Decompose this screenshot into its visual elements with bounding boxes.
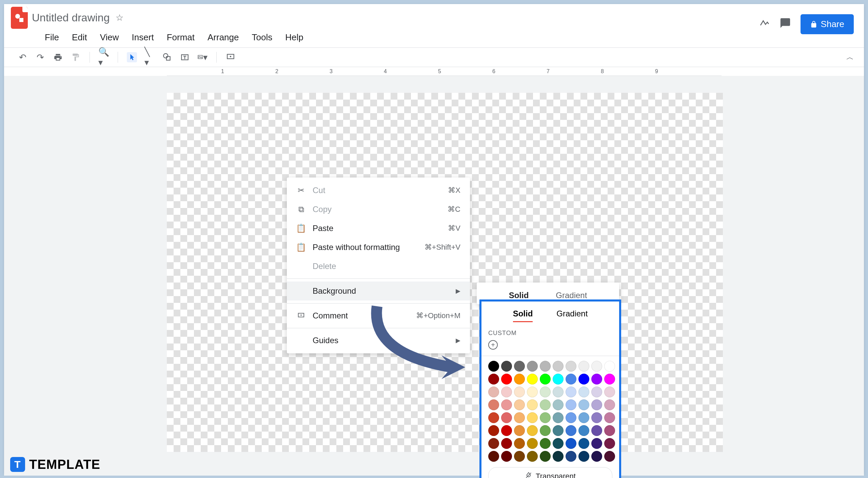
ctx-paste[interactable]: 📋 Paste ⌘V [287,219,470,238]
menu-help[interactable]: Help [285,32,303,43]
color-swatch[interactable] [527,361,538,372]
menu-format[interactable]: Format [167,32,195,43]
activity-icon[interactable] [759,18,770,31]
color-swatch[interactable] [527,399,538,410]
color-swatch[interactable] [501,425,512,436]
color-swatch[interactable] [488,412,499,423]
color-swatch[interactable] [488,361,499,372]
color-swatch[interactable] [553,361,564,372]
color-swatch[interactable] [527,451,538,462]
color-swatch[interactable] [514,412,525,423]
color-swatch[interactable] [566,374,576,385]
paint-format-icon[interactable] [71,52,81,62]
insert-comment-icon[interactable] [225,52,236,62]
color-swatch[interactable] [578,438,589,449]
zoom-icon[interactable]: 🔍 ▾ [99,52,109,62]
undo-icon[interactable]: ↶ [18,52,28,62]
shape-tool-icon[interactable] [162,52,172,62]
color-swatch[interactable] [591,438,602,449]
ctx-paste-without-formatting[interactable]: 📋 Paste without formatting ⌘+Shift+V [287,238,470,257]
color-swatch[interactable] [553,451,564,462]
color-swatch[interactable] [553,374,564,385]
color-swatch[interactable] [553,438,564,449]
color-swatch[interactable] [566,412,576,423]
color-swatch[interactable] [514,425,525,436]
color-swatch[interactable] [578,361,589,372]
color-swatch[interactable] [514,361,525,372]
color-swatch[interactable] [591,412,602,423]
color-swatch[interactable] [527,387,538,397]
color-swatch[interactable] [578,399,589,410]
color-swatch[interactable] [604,425,615,436]
print-icon[interactable] [53,52,63,62]
color-swatch[interactable] [553,412,564,423]
color-swatch[interactable] [578,412,589,423]
color-swatch[interactable] [540,399,551,410]
color-swatch[interactable] [566,399,576,410]
tab-gradient-outer[interactable]: Gradient [556,291,587,300]
share-button[interactable]: Share [801,14,854,34]
color-swatch[interactable] [488,387,499,397]
horizontal-ruler[interactable]: 1 2 3 4 5 6 7 8 9 [167,67,722,76]
collapse-toolbar-icon[interactable]: ︿ [846,52,854,62]
color-swatch[interactable] [604,451,615,462]
tab-solid-outer[interactable]: Solid [509,291,529,300]
add-custom-color-button[interactable]: + [488,340,498,350]
image-tool-icon[interactable]: ▾ [197,52,208,62]
menu-view[interactable]: View [100,32,119,43]
color-swatch[interactable] [514,399,525,410]
color-swatch[interactable] [488,438,499,449]
color-swatch[interactable] [566,438,576,449]
transparent-button[interactable]: Transparent [488,467,612,478]
color-swatch[interactable] [540,387,551,397]
color-swatch[interactable] [527,412,538,423]
color-swatch[interactable] [501,399,512,410]
color-swatch[interactable] [527,374,538,385]
color-swatch[interactable] [540,412,551,423]
menu-arrange[interactable]: Arrange [208,32,239,43]
redo-icon[interactable]: ↷ [35,52,45,62]
tab-solid[interactable]: Solid [513,309,533,322]
color-swatch[interactable] [501,412,512,423]
color-swatch[interactable] [540,451,551,462]
menu-edit[interactable]: Edit [72,32,87,43]
color-swatch[interactable] [591,425,602,436]
color-swatch[interactable] [514,451,525,462]
color-swatch[interactable] [578,451,589,462]
app-logo[interactable] [11,7,28,29]
color-swatch[interactable] [553,425,564,436]
star-icon[interactable]: ☆ [116,13,123,23]
color-swatch[interactable] [604,361,615,372]
comments-icon[interactable] [780,17,791,32]
ctx-guides[interactable]: Guides ▶ [287,331,470,350]
color-swatch[interactable] [501,387,512,397]
menu-tools[interactable]: Tools [252,32,272,43]
color-swatch[interactable] [604,412,615,423]
color-swatch[interactable] [501,451,512,462]
color-swatch[interactable] [578,425,589,436]
color-swatch[interactable] [488,425,499,436]
color-swatch[interactable] [591,399,602,410]
color-swatch[interactable] [591,361,602,372]
color-swatch[interactable] [514,438,525,449]
color-swatch[interactable] [501,438,512,449]
ctx-comment[interactable]: Comment ⌘+Option+M [287,306,470,325]
color-swatch[interactable] [488,451,499,462]
color-swatch[interactable] [578,374,589,385]
color-swatch[interactable] [553,399,564,410]
color-swatch[interactable] [488,399,499,410]
color-swatch[interactable] [591,387,602,397]
color-swatch[interactable] [514,387,525,397]
color-swatch[interactable] [527,438,538,449]
color-swatch[interactable] [604,438,615,449]
color-swatch[interactable] [566,425,576,436]
select-tool-icon[interactable] [127,52,137,62]
color-swatch[interactable] [566,387,576,397]
color-swatch[interactable] [514,374,525,385]
line-tool-icon[interactable]: ╲ ▾ [144,52,155,62]
color-swatch[interactable] [501,361,512,372]
color-swatch[interactable] [604,374,615,385]
color-swatch[interactable] [566,451,576,462]
menu-file[interactable]: File [45,32,59,43]
color-swatch[interactable] [591,451,602,462]
